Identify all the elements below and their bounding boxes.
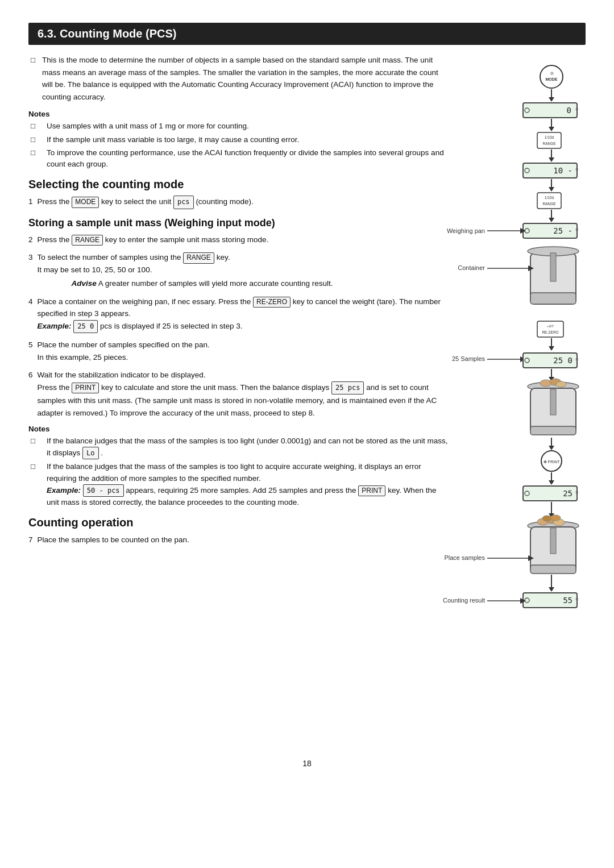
svg-text:✤ PRINT: ✤ PRINT [544,460,561,464]
step-3-text2: key. [217,253,230,261]
svg-marker-4 [549,97,554,102]
step-4-example-label: Example: [38,322,72,330]
svg-marker-87 [549,587,554,592]
note-2: □ If the sample unit mass variable is to… [28,134,449,146]
svg-text:25: 25 [563,489,572,498]
counting-heading: Counting operation [28,516,449,529]
note2-2-text: If the balance judges that the mass of t… [47,462,421,482]
step-2-text: Press the [38,235,70,244]
step-7: 7 Place the samples to be counted on the… [28,534,449,546]
svg-text:Counting result: Counting result [443,597,485,604]
svg-point-78 [542,516,551,521]
step-3-num: 3 [28,251,33,289]
section-header: 6.3. Counting Mode (PCS) [28,23,586,45]
step-6-text1: Wait for the stabilization indicator to … [38,371,206,379]
svg-rect-41 [537,321,563,337]
note-1-text: Use samples with a unit mass of 1 mg or … [47,121,249,132]
bullet-intro: □ [28,54,38,103]
svg-text:+0/T: +0/T [547,325,554,328]
svg-text:Place samples: Place samples [444,554,485,561]
svg-point-79 [550,515,561,521]
step-1-content: Press the MODE key to select the unit pc… [38,196,449,209]
svg-rect-60 [550,389,556,415]
svg-text:≡: ≡ [575,167,578,172]
step-6-text2: Press the [38,383,70,392]
step-3-content: To select the number of samples using th… [38,251,449,289]
step-1-text: Press the [38,197,70,206]
step-5-text2: In this example, 25 pieces. [38,353,128,362]
step-4: 4 Place a container on the weighing pan,… [28,296,449,333]
print-key-2: PRINT [358,485,385,497]
right-column: ◇ MODE 0 ≡ 1/10d RANGE [460,54,586,742]
intro-text: This is the mode to determine the number… [42,54,449,103]
advise-text: A greater number of samples will yield m… [98,279,333,288]
step-6-num: 6 [28,369,33,419]
svg-text:Container: Container [458,264,485,271]
svg-text:≡: ≡ [575,356,578,362]
note2-2-example-display: 50 - pcs [83,484,124,497]
intro-paragraph: □ This is the mode to determine the numb… [28,54,449,103]
svg-text:0: 0 [567,106,571,115]
step-3: 3 To select the number of samples using … [28,251,449,289]
main-content: □ This is the mode to determine the numb… [28,54,586,742]
note-3: □ To improve the counting performance, u… [28,147,449,171]
note2-2-example-text: appears, requiring 25 more samples. Add … [126,486,356,495]
step-5: 5 Place the number of samples specified … [28,339,449,363]
note2-2-content: If the balance judges that the mass of t… [47,461,449,508]
rezero-key: RE-ZERO [253,297,291,308]
step-7-text: Place the samples to be counted on the p… [38,535,189,544]
step-4-text: Place a container on the weighing pan, i… [38,297,251,306]
step-7-content: Place the samples to be counted on the p… [38,534,449,546]
step-6: 6 Wait for the stabilization indicator t… [28,369,449,419]
section-number: 6.3. [38,27,56,40]
svg-rect-82 [530,565,576,574]
bullet-note2-1: □ [28,435,38,459]
note2-2-example-label: Example: [47,486,81,495]
step-1: 1 Press the MODE key to select the unit … [28,196,449,209]
svg-point-0 [540,65,563,88]
note-3-text: To improve the counting performance, use… [47,147,449,171]
bullet-note1: □ [28,121,38,132]
step-5-num: 5 [28,339,33,363]
step-6-text3: key to calculate and store the unit mass… [101,383,329,392]
page-container: 6.3. Counting Mode (PCS) □ This is the m… [28,23,586,768]
svg-text:RANGE: RANGE [542,142,556,146]
step-1-text3: (counting mode). [196,197,253,206]
note2-2: □ If the balance judges that the mass of… [28,461,449,508]
lo-display: Lo [82,447,98,459]
step-2: 2 Press the RANGE key to enter the sampl… [28,234,449,246]
svg-text:≡: ≡ [575,227,578,232]
svg-rect-81 [550,528,556,554]
selecting-heading: Selecting the counting mode [28,178,449,191]
svg-text:1/10d: 1/10d [545,196,554,200]
svg-text:25 Samples: 25 Samples [452,355,486,362]
svg-marker-15 [549,157,554,162]
balance-diagram-svg: ◇ MODE 0 ≡ 1/10d RANGE [463,60,583,742]
step-7-num: 7 [28,534,33,546]
svg-text:≡: ≡ [575,489,578,495]
bullet-note3: □ [28,147,38,171]
svg-text:25 0: 25 0 [553,356,572,365]
bullet-note2-2: □ [28,461,38,508]
notes2-label: Notes [28,425,449,433]
step-6-content: Wait for the stabilization indicator to … [38,369,449,419]
svg-marker-26 [549,218,554,222]
svg-marker-21 [549,187,554,192]
step-4-content: Place a container on the weighing pan, i… [38,296,449,333]
pcs-display: pcs [173,196,194,209]
notes-section: Notes □ Use samples with a unit mass of … [28,110,449,170]
svg-text:25 -: 25 - [553,226,572,235]
svg-text:MODE: MODE [546,77,558,81]
print-key: PRINT [72,383,99,394]
step-6-display: 25 pcs [331,381,364,394]
step-1-num: 1 [28,196,33,209]
svg-point-58 [556,381,566,387]
svg-rect-37 [530,293,576,304]
svg-text:◇: ◇ [550,71,554,75]
notes-label: Notes [28,110,449,118]
notes2-section: Notes □ If the balance judges that the m… [28,425,449,508]
range-key-3: RANGE [183,252,214,264]
section-title: Counting Mode (PCS) [60,27,177,40]
range-key-2: RANGE [72,235,103,246]
svg-text:1/10d: 1/10d [545,135,554,139]
